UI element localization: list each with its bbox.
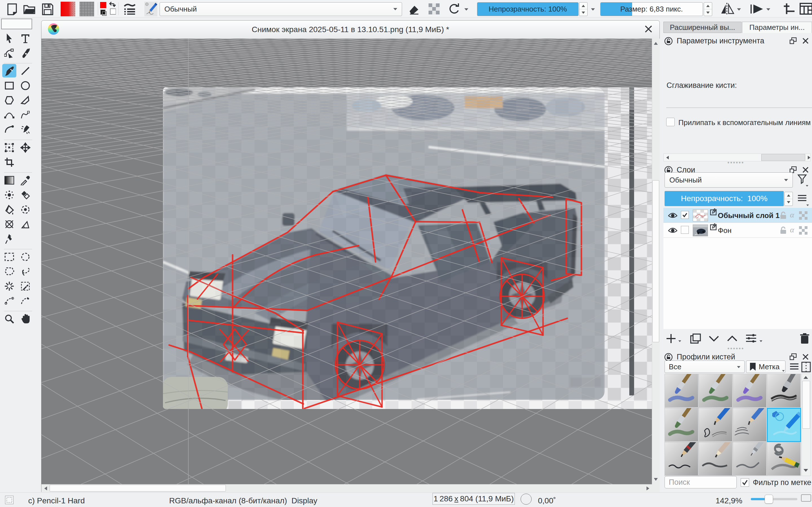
svg-text:α: α [790,211,795,219]
svg-text:α: α [790,226,795,233]
